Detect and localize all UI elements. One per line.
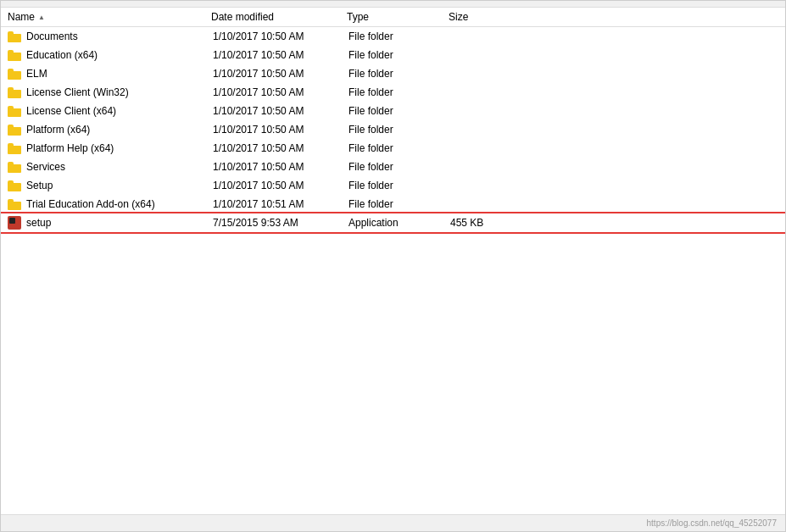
file-type: File folder: [348, 198, 450, 210]
file-name: Trial Education Add-on (x64): [26, 198, 213, 210]
file-explorer: Name Date modified Type Size Documents1/…: [0, 0, 786, 532]
table-row[interactable]: License Client (x64)1/10/2017 10:50 AMFi…: [1, 102, 785, 120]
file-date: 1/10/2017 10:50 AM: [213, 105, 348, 117]
file-name: License Client (x64): [26, 105, 213, 117]
table-row[interactable]: ELM1/10/2017 10:50 AMFile folder: [1, 64, 785, 83]
folder-icon: [8, 69, 21, 80]
file-size: 455 KB: [450, 217, 518, 229]
file-type: File folder: [348, 142, 450, 154]
file-name: License Client (Win32): [26, 86, 213, 98]
column-date-header[interactable]: Date modified: [211, 11, 347, 23]
file-date: 1/10/2017 10:50 AM: [213, 30, 348, 42]
file-name: Platform (x64): [26, 124, 213, 136]
file-type: File folder: [348, 49, 450, 61]
file-type: File folder: [348, 30, 450, 42]
folder-icon: [8, 162, 21, 173]
top-bar: [1, 1, 785, 8]
file-name: setup: [26, 217, 213, 229]
app-icon: [8, 216, 21, 230]
folder-icon: [8, 31, 21, 42]
file-name: Setup: [26, 180, 213, 191]
table-row[interactable]: Platform Help (x64)1/10/2017 10:50 AMFil…: [1, 139, 785, 158]
file-list[interactable]: Documents1/10/2017 10:50 AMFile folderEd…: [1, 27, 785, 514]
file-type: File folder: [348, 180, 450, 191]
file-name: ELM: [26, 68, 213, 80]
file-name: Education (x64): [26, 49, 213, 61]
table-row[interactable]: Services1/10/2017 10:50 AMFile folder: [1, 158, 785, 176]
file-name: Services: [26, 161, 213, 173]
table-row[interactable]: Trial Education Add-on (x64)1/10/2017 10…: [1, 195, 785, 213]
folder-icon: [8, 50, 21, 61]
folder-icon: [8, 87, 21, 98]
file-date: 1/10/2017 10:51 AM: [213, 198, 348, 210]
folder-icon: [8, 199, 21, 210]
watermark-text: https://blog.csdn.net/qq_45252077: [647, 518, 777, 528]
file-date: 1/10/2017 10:50 AM: [213, 142, 348, 154]
table-row[interactable]: Platform (x64)1/10/2017 10:50 AMFile fol…: [1, 120, 785, 139]
file-date: 1/10/2017 10:50 AM: [213, 86, 348, 98]
file-date: 1/10/2017 10:50 AM: [213, 161, 348, 173]
bottom-bar: https://blog.csdn.net/qq_45252077: [1, 514, 785, 531]
folder-icon: [8, 125, 21, 136]
file-date: 1/10/2017 10:50 AM: [213, 49, 348, 61]
table-row[interactable]: License Client (Win32)1/10/2017 10:50 AM…: [1, 83, 785, 102]
table-row[interactable]: Setup1/10/2017 10:50 AMFile folder: [1, 176, 785, 195]
column-type-header[interactable]: Type: [347, 11, 449, 23]
file-date: 1/10/2017 10:50 AM: [213, 124, 348, 136]
file-date: 7/15/2015 9:53 AM: [213, 217, 348, 229]
file-date: 1/10/2017 10:50 AM: [213, 180, 348, 191]
file-type: File folder: [348, 124, 450, 136]
file-name: Platform Help (x64): [26, 142, 213, 154]
file-type: Application: [348, 217, 450, 229]
file-type: File folder: [348, 105, 450, 117]
file-type: File folder: [348, 68, 450, 80]
file-type: File folder: [348, 161, 450, 173]
column-name-header[interactable]: Name: [8, 11, 211, 23]
table-row[interactable]: Documents1/10/2017 10:50 AMFile folder: [1, 27, 785, 46]
table-row[interactable]: Education (x64)1/10/2017 10:50 AMFile fo…: [1, 46, 785, 64]
file-date: 1/10/2017 10:50 AM: [213, 68, 348, 80]
folder-icon: [8, 106, 21, 117]
file-type: File folder: [348, 86, 450, 98]
folder-icon: [8, 180, 21, 191]
folder-icon: [8, 143, 21, 154]
file-name: Documents: [26, 30, 213, 42]
table-row[interactable]: setup7/15/2015 9:53 AMApplication455 KB: [1, 213, 785, 232]
column-size-header[interactable]: Size: [449, 11, 516, 23]
column-headers: Name Date modified Type Size: [1, 8, 785, 27]
